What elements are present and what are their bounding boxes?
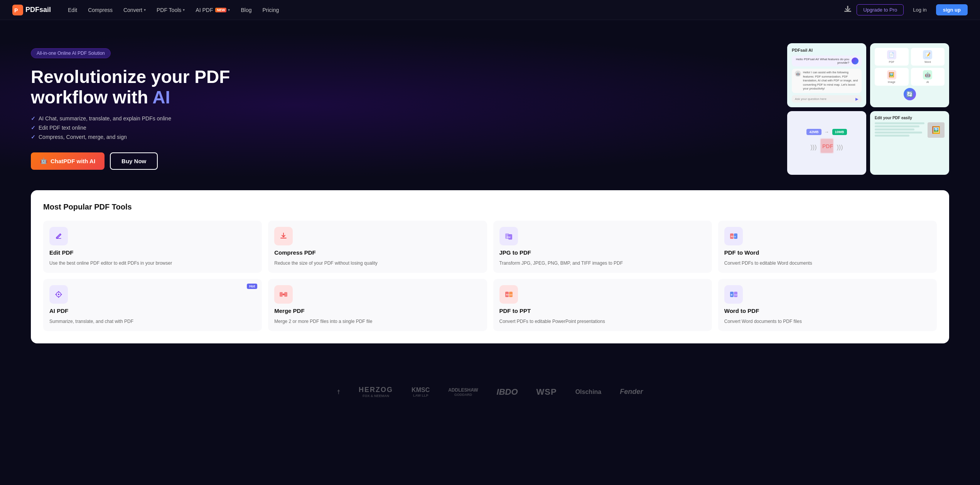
logos-section: † HERZOG FOX & NEEMAN KMSC LAW LLP ADDLE… [0, 374, 980, 409]
nav-ai-pdf[interactable]: AI PDF NEW ▾ [191, 5, 234, 15]
tools-grid: Edit PDF Use the best online PDF editor … [43, 221, 937, 331]
nav-logo[interactable]: P PDFsail [12, 5, 51, 15]
tool-card-pdf-ppt[interactable]: PDF PPT PDF to PPT Convert PDFs to edita… [493, 279, 712, 331]
tool-merge-desc: Merge 2 or more PDF files into a single … [274, 318, 481, 325]
tools-center-icon: 🔄 [904, 88, 916, 100]
edit-card-title: Edit your PDF easily [875, 116, 945, 120]
chat-pdf-button[interactable]: 🤖 ChatPDF with AI [31, 152, 105, 170]
hero-left: All-in-one Online AI PDF Solution Revolu… [31, 48, 231, 170]
tool-edit-icon [49, 227, 68, 245]
compress-card-inner: 42MB → 10MB ))) PDF ))) [792, 116, 862, 171]
ai-pdf-chevron: ▾ [228, 8, 230, 12]
tool-card-pdf-word[interactable]: PDF W PDF to Word Convert PDFs to editab… [718, 221, 937, 273]
login-button[interactable]: Log in [908, 5, 931, 15]
compress-pdf-icon: PDF [820, 138, 834, 157]
ai-user-bubble: Hello PDFsail AI! What features do you p… [792, 56, 862, 66]
hero-feature-2: Edit PDF text online [31, 125, 231, 131]
nav-convert[interactable]: Convert ▾ [119, 5, 150, 15]
logo-item-2: HERZOG FOX & NEEMAN [359, 386, 393, 398]
svg-text:PDF: PDF [507, 236, 511, 238]
svg-rect-26 [280, 292, 283, 297]
tool-card-ai-pdf[interactable]: Hot AI PDF Summarize, translate, and cha… [43, 279, 262, 331]
tools-section: Most Popular PDF Tools Edit PDF Use the … [31, 190, 949, 343]
tools-section-title: Most Popular PDF Tools [43, 203, 937, 211]
tool-merge-name: Merge PDF [274, 308, 481, 314]
nav-compress[interactable]: Compress [83, 5, 117, 15]
svg-rect-7 [53, 231, 64, 242]
tool-card-compress-pdf[interactable]: Compress PDF Reduce the size of your PDF… [268, 221, 487, 273]
tool-card-word-pdf[interactable]: W PDF Word to PDF Convert Word documents… [718, 279, 937, 331]
ai-bot-bubble: 🤖 Hello! I can assist with the following… [792, 69, 862, 93]
svg-rect-3 [847, 6, 848, 10]
navbar: P PDFsail Edit Compress Convert ▾ PDF To… [0, 0, 980, 20]
tool-wordpdf-icon: W PDF [724, 285, 743, 304]
tool-compress-icon [274, 227, 293, 245]
logo-item-7: Olschina [575, 389, 602, 395]
tool-ppt-icon: PDF PPT [499, 285, 518, 304]
logo-item-8: Fender [620, 388, 643, 396]
signup-button[interactable]: sign up [936, 4, 968, 15]
nav-links: Edit Compress Convert ▾ PDF Tools ▾ AI P… [63, 5, 843, 15]
tool-card-jpg-pdf[interactable]: PDF JPG to PDF Transform JPG, JPEG, PNG,… [493, 221, 712, 273]
tool-compress-name: Compress PDF [274, 249, 481, 256]
edit-line-4 [875, 132, 922, 134]
logo-item-4: ADDLESHAW GODDARD [448, 387, 478, 397]
buy-now-button[interactable]: Buy Now [110, 152, 158, 170]
compress-before-size: 42MB [806, 129, 821, 135]
tool-word-desc: Convert PDFs to editable Word documents [724, 260, 931, 267]
pdf-tools-chevron: ▾ [183, 8, 185, 12]
nav-pricing[interactable]: Pricing [258, 5, 283, 15]
wave-left-icon: ))) [811, 144, 817, 151]
tool-mini-ai: 🤖 AI [911, 68, 945, 86]
compress-pdf-visual: ))) PDF ))) [811, 138, 843, 157]
tool-ai-icon [49, 285, 68, 304]
hero-title: Revolutionize your PDF workflow with AI [31, 67, 231, 108]
tool-mini-pdf-icon: 📄 [887, 50, 896, 59]
hero-badge: All-in-one Online AI PDF Solution [31, 48, 111, 58]
tool-ai-name: AI PDF [49, 308, 256, 314]
tool-jpg-icon: PDF [499, 227, 518, 245]
compress-sizes: 42MB → 10MB [806, 129, 847, 135]
wave-right-icon: ))) [837, 144, 843, 151]
svg-point-24 [58, 294, 59, 295]
upgrade-button[interactable]: Upgrade to Pro [857, 4, 904, 15]
tool-wordpdf-name: Word to PDF [724, 308, 931, 314]
logo-text: PDFsail [25, 6, 51, 14]
svg-text:P: P [14, 7, 18, 14]
hero-card-compress: 42MB → 10MB ))) PDF ))) [787, 111, 866, 175]
tool-word-name: PDF to Word [724, 249, 931, 256]
tool-mini-ai-icon: 🤖 [923, 70, 932, 79]
svg-rect-27 [284, 292, 287, 297]
edit-line-5 [875, 135, 909, 137]
svg-text:W: W [730, 294, 732, 296]
download-icon[interactable] [843, 5, 852, 15]
compress-after-size: 10MB [832, 129, 847, 135]
tool-edit-desc: Use the best online PDF editor to edit P… [49, 260, 256, 267]
edit-line-2 [875, 125, 919, 127]
nav-blog[interactable]: Blog [236, 5, 256, 15]
chat-icon: 🤖 [40, 157, 47, 164]
ai-card-title: PDFsail AI [792, 48, 862, 52]
svg-point-23 [61, 294, 62, 295]
edit-line-1 [875, 122, 924, 124]
hero-buttons: 🤖 ChatPDF with AI Buy Now [31, 152, 231, 170]
tool-mini-pdf: 📄 PDF [875, 48, 909, 66]
tools-mini-grid: 📄 PDF 📝 Word 🖼️ Image 🤖 AI [875, 48, 945, 86]
edit-card-content: 🖼️ [875, 122, 945, 138]
tool-wordpdf-desc: Convert Word documents to PDF files [724, 318, 931, 325]
logo-item-5: IBDO [497, 387, 518, 397]
nav-edit[interactable]: Edit [63, 5, 82, 15]
hero-cards: PDFsail AI Hello PDFsail AI! What featur… [787, 43, 949, 175]
tools-section-wrapper: Most Popular PDF Tools Edit PDF Use the … [0, 190, 980, 374]
tool-merge-icon [274, 285, 293, 304]
edit-card-image: 🖼️ [928, 122, 945, 138]
ai-input-bar[interactable]: Ask your question here ▶ [792, 95, 862, 103]
tool-card-edit-pdf[interactable]: Edit PDF Use the best online PDF editor … [43, 221, 262, 273]
nav-pdf-tools[interactable]: PDF Tools ▾ [152, 5, 189, 15]
ai-bot-avatar: 🤖 [795, 71, 801, 77]
hero-card-edit: Edit your PDF easily 🖼️ [870, 111, 949, 175]
logo-item-6: WSP [536, 387, 557, 397]
compress-arrow-icon: → [825, 129, 829, 135]
hero-features: AI Chat, summarize, translate, and expla… [31, 115, 231, 140]
tool-card-merge-pdf[interactable]: Merge PDF Merge 2 or more PDF files into… [268, 279, 487, 331]
